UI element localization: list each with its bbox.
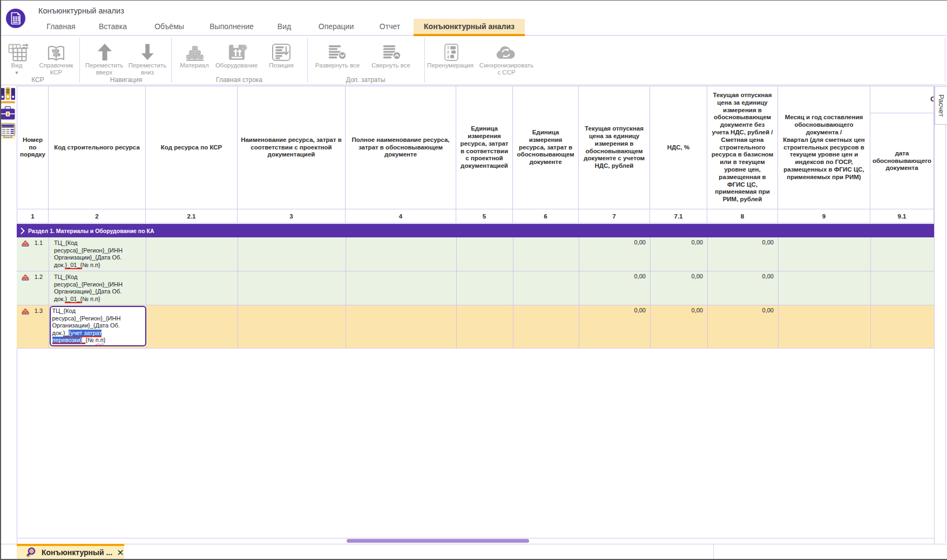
- svg-text:3: 3: [447, 55, 449, 59]
- svg-text:2: 2: [447, 50, 449, 54]
- svg-text:1: 1: [447, 45, 449, 49]
